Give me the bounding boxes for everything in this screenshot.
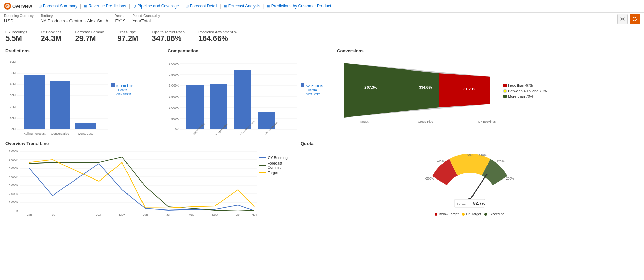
gear-icon <box>620 16 625 22</box>
refresh-icon <box>632 16 638 22</box>
svg-text:60M: 60M <box>10 60 16 63</box>
forecast-detail-icon: ⊞ <box>185 4 189 9</box>
kpi-predicted-label: Predicted Attainment % <box>198 30 237 34</box>
nav-predictions-customer[interactable]: ⊞ Predictions by Customer Product <box>267 4 331 9</box>
conversions-title: Conversions <box>337 48 639 53</box>
currency-label: Reporting Currency <box>4 14 34 18</box>
svg-text:Nov: Nov <box>252 213 257 216</box>
svg-text:May: May <box>119 213 125 216</box>
svg-text:NA Products: NA Products <box>306 84 323 88</box>
forecast-summary-icon: ⊞ <box>39 4 42 9</box>
svg-text:4,000K: 4,000K <box>9 175 18 178</box>
legend-green-dot <box>503 95 507 98</box>
legend-between-label: Between 40% and 70% <box>508 89 547 93</box>
nav-bar: O Overview | ⊞ Forecast Summary | ⊞ Reve… <box>0 0 644 13</box>
svg-text:NA Products: NA Products <box>116 84 134 88</box>
forecast-commit-line-legend <box>259 165 266 166</box>
cy-bookings-legend-label: CY Bookings <box>268 156 289 160</box>
filter-period: Period Granularity YearTotal <box>132 14 160 24</box>
svg-text:40%: 40% <box>466 154 473 157</box>
on-target-label: On Target <box>466 212 481 216</box>
legend-between: Between 40% and 70% <box>503 89 547 93</box>
svg-text:Conservative: Conservative <box>51 132 69 135</box>
kpi-cy-bookings-value: 5.5M <box>5 34 27 43</box>
svg-text:Target: Target <box>360 120 369 123</box>
years-label: Years <box>115 14 125 18</box>
settings-button[interactable] <box>617 14 628 24</box>
svg-text:- Central -: - Central - <box>306 88 319 92</box>
gauge-legend-exceeding: Exceeding <box>484 212 505 216</box>
bar-conservative <box>50 81 70 129</box>
svg-text:20M: 20M <box>10 105 16 109</box>
brand-label: Overview <box>12 4 32 9</box>
predictions-title: Predictions <box>5 48 162 53</box>
nav-pipeline-coverage[interactable]: ⬡ Pipeline and Coverage <box>133 4 179 9</box>
predictions-chart: Predictions 0M 10M 20M 30M 40M 50M 60M <box>5 48 162 136</box>
svg-text:6,000K: 6,000K <box>9 158 18 161</box>
nav-forecast-analysis[interactable]: ⊞ Forecast Analysis <box>224 4 260 9</box>
kpi-forecast-commit-value: 29.7M <box>75 34 104 43</box>
svg-text:3,000K: 3,000K <box>9 184 18 187</box>
svg-text:Gross Pipe: Gross Pipe <box>418 120 433 123</box>
line-forecast-commit <box>29 157 254 211</box>
filter-actions <box>617 14 640 24</box>
svg-text:Feb: Feb <box>50 213 55 216</box>
exceeding-label: Exceeding <box>489 212 505 216</box>
legend-red-dot <box>503 84 507 87</box>
svg-text:7,000K: 7,000K <box>9 150 18 153</box>
filter-years: Years FY19 <box>115 14 125 24</box>
filter-bar: Reporting Currency USD Territory NA Prod… <box>0 13 644 26</box>
bar-rolling-forecast <box>24 75 45 129</box>
svg-text:Oct: Oct <box>236 213 241 216</box>
quota-title: Quota <box>301 141 639 146</box>
svg-text:1,000K: 1,000K <box>9 201 18 204</box>
currency-value: USD <box>4 18 34 24</box>
on-target-dot <box>462 213 465 216</box>
period-value: YearTotal <box>132 18 160 24</box>
kpi-cy-bookings: CY Bookings 5.5M <box>5 30 27 43</box>
line-cy-bookings <box>29 164 254 211</box>
svg-text:1,000K: 1,000K <box>169 106 179 109</box>
kpi-ly-bookings-label: LY Bookings <box>41 30 61 34</box>
conversions-chart: Conversions 207.3% <box>337 48 639 136</box>
legend-more-70-label: More than 70% <box>508 94 534 98</box>
refresh-button[interactable] <box>630 14 640 24</box>
trend-svg: 0K 1,000K 2,000K 3,000K 4,000K 5,000K 6,… <box>5 149 257 217</box>
period-label: Period Granularity <box>132 14 160 18</box>
kpi-pipe-target: Pipe to Target Ratio 347.06% <box>152 30 184 43</box>
legend-more-70: More than 70% <box>503 94 547 98</box>
bar-rolling-comp <box>210 84 227 129</box>
kpi-pipe-target-label: Pipe to Target Ratio <box>152 30 184 34</box>
sep-5: | <box>220 4 221 9</box>
trend-title: Overview Trend Line <box>5 141 295 146</box>
svg-text:2,000K: 2,000K <box>9 192 18 196</box>
forecast-commit-legend-label: Forecast Commit <box>268 161 295 169</box>
kpi-cy-bookings-label: CY Bookings <box>5 30 27 34</box>
svg-text:2,500K: 2,500K <box>169 73 179 76</box>
gauge-svg: -200% -40% 40% 120% 120% 200% Fore... 82… <box>422 149 518 210</box>
brand-icon: O <box>4 3 11 10</box>
main-content: CY Bookings 5.5M LY Bookings 24.3M Forec… <box>0 26 644 221</box>
svg-text:Alex Smith: Alex Smith <box>306 92 320 96</box>
exceeding-dot <box>484 213 487 216</box>
gauge-legend-on-target: On Target <box>462 212 481 216</box>
nav-forecast-detail[interactable]: ⊞ Forecast Detail <box>185 4 218 9</box>
legend-cy-bookings: CY Bookings <box>259 156 295 160</box>
nav-forecast-summary[interactable]: ⊞ Forecast Summary <box>39 4 77 9</box>
svg-text:Alex Smith: Alex Smith <box>116 92 131 96</box>
svg-text:120%: 120% <box>496 160 504 163</box>
legend-target: Target <box>259 171 295 175</box>
pipeline-coverage-label: Pipeline and Coverage <box>137 4 179 9</box>
nav-revenue-predictions[interactable]: ⊞ Revenue Predictions <box>84 4 126 9</box>
line-target <box>29 160 254 208</box>
compensation-svg: 0K 500K 1,000K 1,500K 2,000K 2,500K 3,00… <box>168 56 325 135</box>
below-target-dot <box>435 213 437 216</box>
svg-text:207.3%: 207.3% <box>364 85 377 89</box>
svg-text:82.7%: 82.7% <box>473 201 485 206</box>
legend-less-40: Less than 40% <box>503 83 547 88</box>
legend-less-40-label: Less than 40% <box>508 83 533 88</box>
forecast-summary-label: Forecast Summary <box>43 4 77 9</box>
funnel-legend: Less than 40% Between 40% and 70% More t… <box>503 83 547 98</box>
trend-legend: CY Bookings Forecast Commit Target <box>259 156 295 175</box>
gauge-container: -200% -40% 40% 120% 120% 200% Fore... 82… <box>301 149 639 216</box>
